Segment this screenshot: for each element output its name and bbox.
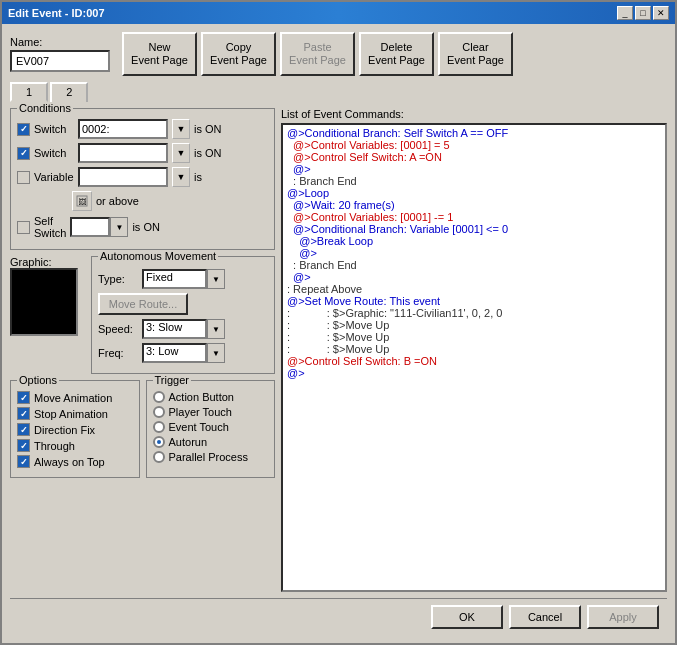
event-line: @> [285, 163, 663, 175]
or-above-row: 🖼 or above [72, 191, 268, 211]
event-touch-label: Event Touch [169, 421, 229, 433]
self-switch-checkbox[interactable] [17, 221, 30, 234]
direction-fix-checkbox[interactable]: ✓ [17, 423, 30, 436]
conditions-area: ✓ Switch ▼ is ON ✓ Switch ▼ is ON [17, 119, 268, 239]
svg-text:🖼: 🖼 [78, 198, 86, 207]
event-line: @> [285, 367, 663, 379]
main-area: Conditions ✓ Switch ▼ is ON ✓ [10, 108, 667, 592]
conditions-group: Conditions ✓ Switch ▼ is ON ✓ [10, 108, 275, 250]
move-animation-label: Move Animation [34, 392, 112, 404]
autorun-radio[interactable] [153, 436, 165, 448]
type-select[interactable]: Fixed [142, 269, 207, 289]
event-line: : Branch End [285, 259, 663, 271]
type-arrow-btn[interactable]: ▼ [207, 269, 225, 289]
type-row: Type: Fixed ▼ [98, 269, 268, 289]
graphic-preview[interactable] [10, 268, 78, 336]
option-always-on-top: ✓ Always on Top [17, 455, 133, 468]
move-route-button[interactable]: Move Route... [98, 293, 188, 315]
window-title: Edit Event - ID:007 [8, 7, 105, 19]
switch1-checkbox[interactable]: ✓ [17, 123, 30, 136]
delete-event-page-button[interactable]: DeleteEvent Page [359, 32, 434, 76]
or-above-btn[interactable]: 🖼 [72, 191, 92, 211]
speed-label: Speed: [98, 323, 138, 335]
stop-animation-checkbox[interactable]: ✓ [17, 407, 30, 420]
switch1-input[interactable] [78, 119, 168, 139]
cancel-button[interactable]: Cancel [509, 605, 581, 629]
event-line: @>Set Move Route: This event [285, 295, 663, 307]
top-row: Name: NewEvent Page CopyEvent Page Paste… [10, 32, 667, 76]
minimize-button[interactable]: _ [617, 6, 633, 20]
left-panel: Conditions ✓ Switch ▼ is ON ✓ [10, 108, 275, 592]
paste-event-page-button[interactable]: PasteEvent Page [280, 32, 355, 76]
through-checkbox[interactable]: ✓ [17, 439, 30, 452]
freq-arrow-btn[interactable]: ▼ [207, 343, 225, 363]
action-button-radio[interactable] [153, 391, 165, 403]
switch2-checkbox[interactable]: ✓ [17, 147, 30, 160]
event-line: : : $>Graphic: "111-Civilian11', 0, 2, 0 [285, 307, 663, 319]
self-switch-label: SelfSwitch [34, 215, 66, 239]
option-stop-animation: ✓ Stop Animation [17, 407, 133, 420]
switch2-dropdown-btn[interactable]: ▼ [172, 143, 190, 163]
tab-2[interactable]: 2 [50, 82, 88, 102]
tabs-row: 1 2 [10, 82, 667, 102]
freq-select[interactable]: 3: Low [142, 343, 207, 363]
freq-select-group: 3: Low ▼ [142, 343, 225, 363]
bottom-bar: OK Cancel Apply [10, 598, 667, 635]
speed-arrow-btn[interactable]: ▼ [207, 319, 225, 339]
switch2-input[interactable] [78, 143, 168, 163]
clear-event-page-button[interactable]: ClearEvent Page [438, 32, 513, 76]
event-list[interactable]: @>Conditional Branch: Self Switch A == O… [281, 123, 667, 592]
variable-checkbox[interactable] [17, 171, 30, 184]
always-on-top-label: Always on Top [34, 456, 105, 468]
event-touch-radio[interactable] [153, 421, 165, 433]
apply-button[interactable]: Apply [587, 605, 659, 629]
options-trigger-row: Options ✓ Move Animation ✓ Stop Animatio… [10, 380, 275, 478]
self-switch-arrow-btn[interactable]: ▼ [110, 217, 128, 237]
graphic-box: Graphic: [10, 256, 85, 374]
speed-select[interactable]: 3: Slow [142, 319, 207, 339]
switch1-dropdown-btn[interactable]: ▼ [172, 119, 190, 139]
event-commands-label: List of Event Commands: [281, 108, 667, 120]
copy-event-page-button[interactable]: CopyEvent Page [201, 32, 276, 76]
variable-input[interactable] [78, 167, 168, 187]
event-line: : : $>Move Up [285, 331, 663, 343]
variable-status: is [194, 171, 202, 183]
autonomous-movement-group: Autonomous Movement Type: Fixed ▼ Move R [91, 256, 275, 374]
switch2-status: is ON [194, 147, 222, 159]
speed-row: Speed: 3: Slow ▼ [98, 319, 268, 339]
move-route-row: Move Route... [98, 293, 268, 315]
parallel-process-radio[interactable] [153, 451, 165, 463]
new-event-page-button[interactable]: NewEvent Page [122, 32, 197, 76]
event-line: : Branch End [285, 175, 663, 187]
event-line: @>Wait: 20 frame(s) [285, 199, 663, 211]
conditions-title: Conditions [17, 102, 73, 114]
option-move-animation: ✓ Move Animation [17, 391, 133, 404]
self-switch-select[interactable] [70, 217, 110, 237]
event-line: : : $>Move Up [285, 319, 663, 331]
maximize-button[interactable]: □ [635, 6, 651, 20]
move-animation-checkbox[interactable]: ✓ [17, 391, 30, 404]
right-panel: List of Event Commands: @>Conditional Br… [281, 108, 667, 592]
ok-button[interactable]: OK [431, 605, 503, 629]
condition-row-switch2: ✓ Switch ▼ is ON [17, 143, 268, 163]
always-on-top-checkbox[interactable]: ✓ [17, 455, 30, 468]
auto-move-content: Type: Fixed ▼ Move Route... Speed: [98, 269, 268, 363]
speed-select-group: 3: Slow ▼ [142, 319, 225, 339]
close-button[interactable]: ✕ [653, 6, 669, 20]
event-line: @>Conditional Branch: Self Switch A == O… [285, 127, 663, 139]
trigger-autorun: Autorun [153, 436, 269, 448]
trigger-group: Trigger Action Button Player Touch [146, 380, 276, 478]
event-line: @>Control Variables: [0001] = 5 [285, 139, 663, 151]
trigger-title: Trigger [153, 374, 191, 386]
toolbar-buttons: NewEvent Page CopyEvent Page PasteEvent … [122, 32, 513, 76]
trigger-player-touch: Player Touch [153, 406, 269, 418]
variable-dropdown-btn[interactable]: ▼ [172, 167, 190, 187]
trigger-items: Action Button Player Touch Event Touch [153, 391, 269, 463]
graphic-label: Graphic: [10, 256, 52, 268]
autonomous-movement-title: Autonomous Movement [98, 250, 218, 262]
name-input[interactable] [10, 50, 110, 72]
main-content: Name: NewEvent Page CopyEvent Page Paste… [2, 24, 675, 643]
tab-1[interactable]: 1 [10, 82, 48, 102]
edit-event-window: Edit Event - ID:007 _ □ ✕ Name: NewEvent… [0, 0, 677, 645]
player-touch-radio[interactable] [153, 406, 165, 418]
